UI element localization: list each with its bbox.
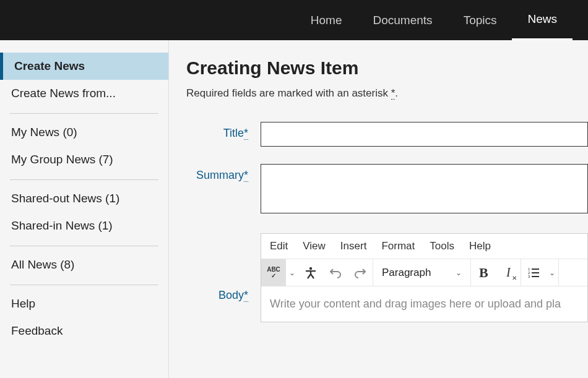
paragraph-style-dropdown[interactable]: Paragraph ⌄ xyxy=(373,267,470,279)
form-row-title: Title* xyxy=(186,122,588,147)
editor-menu-insert[interactable]: Insert xyxy=(340,240,367,252)
required-note-suffix: . xyxy=(395,87,398,99)
sidebar-item-create-news-from[interactable]: Create News from... xyxy=(10,80,158,107)
form-row-body: Body* Edit View Insert Format Tools Help xyxy=(186,233,588,322)
numbered-list-dropdown[interactable]: ⌄ xyxy=(546,259,558,286)
main-content: Creating News Item Required fields are m… xyxy=(169,40,588,378)
chevron-down-icon: ⌄ xyxy=(549,268,555,277)
sidebar: Create News Create News from... My News … xyxy=(0,40,169,378)
x-icon: ✕ xyxy=(512,275,517,281)
sidebar-item-my-group-news[interactable]: My Group News (7) xyxy=(10,146,158,173)
sidebar-item-help[interactable]: Help xyxy=(10,290,158,317)
nav-home[interactable]: Home xyxy=(295,0,358,40)
summary-input[interactable] xyxy=(261,164,588,213)
asterisk-icon: * xyxy=(244,127,248,140)
sidebar-item-shared-in-news[interactable]: Shared-in News (1) xyxy=(10,212,158,239)
accessibility-button[interactable] xyxy=(298,259,323,286)
bold-icon: B xyxy=(479,265,488,281)
asterisk-icon: * xyxy=(244,169,248,182)
editor-toolbar: ABC ✓ ⌄ xyxy=(261,259,587,286)
sidebar-divider xyxy=(10,179,158,180)
svg-line-4 xyxy=(311,274,314,278)
title-input[interactable] xyxy=(261,122,588,147)
nav-documents[interactable]: Documents xyxy=(358,0,448,40)
spellcheck-dropdown[interactable]: ⌄ xyxy=(286,259,298,286)
spellcheck-button[interactable]: ABC ✓ xyxy=(261,259,286,286)
label-title: Title* xyxy=(186,122,261,140)
sidebar-item-create-news[interactable]: Create News xyxy=(0,53,168,80)
sidebar-item-feedback[interactable]: Feedback xyxy=(10,317,158,345)
asterisk-icon: * xyxy=(244,289,248,302)
editor-menu-edit[interactable]: Edit xyxy=(270,240,288,252)
nav-news[interactable]: News xyxy=(512,0,573,40)
sidebar-divider xyxy=(10,285,158,285)
redo-icon xyxy=(354,267,366,279)
sidebar-item-my-news[interactable]: My News (0) xyxy=(10,119,158,146)
paragraph-style-label: Paragraph xyxy=(382,267,431,279)
rich-text-editor: Edit View Insert Format Tools Help ABC ✓ xyxy=(261,233,588,322)
sidebar-item-shared-out-news[interactable]: Shared-out News (1) xyxy=(10,185,158,212)
undo-icon xyxy=(329,267,342,279)
sidebar-item-all-news[interactable]: All News (8) xyxy=(10,251,158,278)
label-body-text: Body xyxy=(218,289,244,301)
form-row-summary: Summary* xyxy=(186,164,588,216)
redo-button[interactable] xyxy=(348,259,373,286)
svg-line-3 xyxy=(308,274,311,278)
label-title-text: Title xyxy=(223,127,244,139)
numbered-list-icon: 1 2 3 xyxy=(527,267,540,279)
clear-formatting-button[interactable]: I✕ xyxy=(496,259,521,286)
chevron-down-icon: ⌄ xyxy=(289,268,295,277)
nav-topics[interactable]: Topics xyxy=(448,0,512,40)
svg-point-0 xyxy=(309,267,312,269)
top-nav: Home Documents Topics News xyxy=(0,0,588,40)
editor-menu-view[interactable]: View xyxy=(303,240,326,252)
bold-button[interactable]: B xyxy=(471,259,496,286)
accessibility-icon xyxy=(305,267,317,279)
undo-button[interactable] xyxy=(323,259,348,286)
editor-menu-help[interactable]: Help xyxy=(469,240,491,252)
clear-format-icon: I xyxy=(506,265,511,280)
page-title: Creating News Item xyxy=(186,58,588,79)
sidebar-divider xyxy=(10,246,158,246)
check-icon: ✓ xyxy=(271,273,276,279)
editor-body[interactable]: Write your content and drag images here … xyxy=(261,286,587,322)
chevron-down-icon: ⌄ xyxy=(456,268,462,277)
label-summary: Summary* xyxy=(186,164,261,182)
label-body: Body* xyxy=(186,233,261,302)
spellcheck-icon: ABC xyxy=(267,267,280,273)
editor-menubar: Edit View Insert Format Tools Help xyxy=(261,234,587,259)
required-note-text: Required fields are marked with an aster… xyxy=(186,87,391,99)
label-summary-text: Summary xyxy=(196,169,244,181)
required-note: Required fields are marked with an aster… xyxy=(186,87,588,100)
svg-text:3: 3 xyxy=(528,275,530,278)
editor-menu-format[interactable]: Format xyxy=(381,240,415,252)
sidebar-divider xyxy=(10,113,158,114)
editor-menu-tools[interactable]: Tools xyxy=(430,240,454,252)
numbered-list-button[interactable]: 1 2 3 xyxy=(521,259,546,286)
